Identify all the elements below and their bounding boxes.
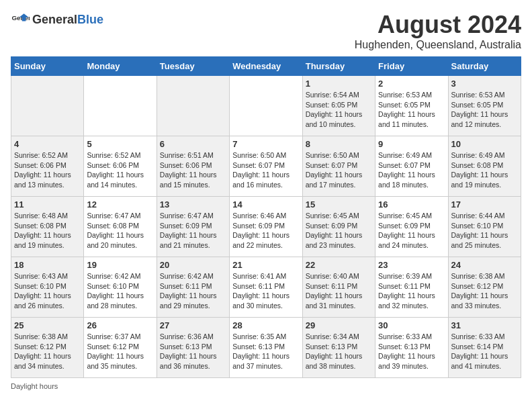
table-row: 22 Sunrise: 6:40 AMSunset: 6:11 PMDaylig… — [302, 257, 375, 318]
day-number: 12 — [87, 199, 153, 210]
table-row: 18 Sunrise: 6:43 AMSunset: 6:10 PMDaylig… — [11, 257, 84, 318]
day-number: 31 — [451, 320, 518, 330]
day-info: Sunrise: 6:38 AMSunset: 6:12 PMDaylight:… — [14, 332, 81, 371]
table-row: 28 Sunrise: 6:35 AMSunset: 6:13 PMDaylig… — [230, 318, 302, 378]
day-number: 9 — [378, 139, 445, 149]
table-row: 31 Sunrise: 6:33 AMSunset: 6:14 PMDaylig… — [448, 318, 521, 378]
day-info: Sunrise: 6:54 AMSunset: 6:05 PMDaylight:… — [306, 90, 372, 130]
page-header: General General Blue August 2024 Hughend… — [11, 11, 521, 51]
table-row: 12 Sunrise: 6:47 AMSunset: 6:08 PMDaylig… — [84, 197, 157, 257]
month-year-title: August 2024 — [355, 11, 521, 39]
header-tuesday: Tuesday — [157, 57, 229, 76]
day-info: Sunrise: 6:53 AMSunset: 6:05 PMDaylight:… — [378, 90, 445, 130]
day-info: Sunrise: 6:34 AMSunset: 6:13 PMDaylight:… — [306, 332, 372, 371]
table-row: 20 Sunrise: 6:42 AMSunset: 6:11 PMDaylig… — [157, 257, 229, 318]
day-info: Sunrise: 6:48 AMSunset: 6:08 PMDaylight:… — [14, 211, 81, 250]
header-sunday: Sunday — [11, 57, 84, 76]
day-number: 18 — [14, 260, 81, 270]
day-number: 25 — [14, 320, 81, 330]
day-info: Sunrise: 6:49 AMSunset: 6:07 PMDaylight:… — [378, 150, 445, 190]
table-row: 26 Sunrise: 6:37 AMSunset: 6:12 PMDaylig… — [84, 318, 157, 378]
location-subtitle: Hughenden, Queensland, Australia — [355, 39, 521, 51]
day-number: 19 — [87, 260, 153, 270]
day-number: 10 — [451, 139, 518, 149]
table-row: 17 Sunrise: 6:44 AMSunset: 6:10 PMDaylig… — [448, 197, 521, 257]
table-row: 5 Sunrise: 6:52 AMSunset: 6:06 PMDayligh… — [84, 136, 157, 197]
day-number: 6 — [160, 139, 226, 149]
table-row: 1 Sunrise: 6:54 AMSunset: 6:05 PMDayligh… — [302, 76, 375, 136]
day-info: Sunrise: 6:51 AMSunset: 6:06 PMDaylight:… — [160, 150, 226, 190]
day-info: Sunrise: 6:50 AMSunset: 6:07 PMDaylight:… — [232, 150, 299, 190]
calendar-week-row: 25 Sunrise: 6:38 AMSunset: 6:12 PMDaylig… — [11, 318, 521, 378]
table-row: 13 Sunrise: 6:47 AMSunset: 6:09 PMDaylig… — [157, 197, 229, 257]
table-row: 7 Sunrise: 6:50 AMSunset: 6:07 PMDayligh… — [230, 136, 302, 197]
table-row: 6 Sunrise: 6:51 AMSunset: 6:06 PMDayligh… — [157, 136, 229, 197]
logo-blue-text: Blue — [77, 13, 103, 27]
header-wednesday: Wednesday — [230, 57, 302, 76]
day-info: Sunrise: 6:50 AMSunset: 6:07 PMDaylight:… — [306, 150, 372, 190]
table-row: 8 Sunrise: 6:50 AMSunset: 6:07 PMDayligh… — [302, 136, 375, 197]
day-info: Sunrise: 6:52 AMSunset: 6:06 PMDaylight:… — [14, 150, 81, 190]
day-number: 16 — [378, 199, 445, 210]
day-number: 21 — [232, 260, 299, 270]
day-info: Sunrise: 6:43 AMSunset: 6:10 PMDaylight:… — [14, 271, 81, 311]
day-number: 1 — [306, 79, 372, 89]
table-row: 29 Sunrise: 6:34 AMSunset: 6:13 PMDaylig… — [302, 318, 375, 378]
day-info: Sunrise: 6:45 AMSunset: 6:09 PMDaylight:… — [306, 211, 372, 250]
logo: General General Blue — [11, 11, 103, 30]
table-row — [84, 76, 157, 136]
day-number: 27 — [160, 320, 226, 330]
calendar-week-row: 18 Sunrise: 6:43 AMSunset: 6:10 PMDaylig… — [11, 257, 521, 318]
logo-icon: General — [11, 11, 30, 30]
day-info: Sunrise: 6:35 AMSunset: 6:13 PMDaylight:… — [232, 332, 299, 371]
day-info: Sunrise: 6:47 AMSunset: 6:08 PMDaylight:… — [87, 211, 153, 250]
day-info: Sunrise: 6:49 AMSunset: 6:08 PMDaylight:… — [451, 150, 518, 190]
calendar-week-row: 1 Sunrise: 6:54 AMSunset: 6:05 PMDayligh… — [11, 76, 521, 136]
day-number: 3 — [451, 79, 518, 89]
day-info: Sunrise: 6:42 AMSunset: 6:11 PMDaylight:… — [160, 271, 226, 311]
day-info: Sunrise: 6:52 AMSunset: 6:06 PMDaylight:… — [87, 150, 153, 190]
table-row: 25 Sunrise: 6:38 AMSunset: 6:12 PMDaylig… — [11, 318, 84, 378]
table-row: 9 Sunrise: 6:49 AMSunset: 6:07 PMDayligh… — [375, 136, 448, 197]
day-number: 4 — [14, 139, 81, 149]
table-row: 14 Sunrise: 6:46 AMSunset: 6:09 PMDaylig… — [230, 197, 302, 257]
day-info: Sunrise: 6:41 AMSunset: 6:11 PMDaylight:… — [232, 271, 299, 311]
footer-note: Daylight hours — [11, 382, 521, 390]
table-row — [157, 76, 229, 136]
day-info: Sunrise: 6:45 AMSunset: 6:09 PMDaylight:… — [378, 211, 445, 250]
day-number: 24 — [451, 260, 518, 270]
day-info: Sunrise: 6:53 AMSunset: 6:05 PMDaylight:… — [451, 90, 518, 130]
table-row: 2 Sunrise: 6:53 AMSunset: 6:05 PMDayligh… — [375, 76, 448, 136]
calendar-table: Sunday Monday Tuesday Wednesday Thursday… — [11, 56, 521, 378]
header-saturday: Saturday — [448, 57, 521, 76]
table-row: 10 Sunrise: 6:49 AMSunset: 6:08 PMDaylig… — [448, 136, 521, 197]
table-row — [230, 76, 302, 136]
day-info: Sunrise: 6:36 AMSunset: 6:13 PMDaylight:… — [160, 332, 226, 371]
calendar-week-row: 4 Sunrise: 6:52 AMSunset: 6:06 PMDayligh… — [11, 136, 521, 197]
day-number: 15 — [306, 199, 372, 210]
svg-text:General: General — [11, 14, 30, 21]
day-number: 22 — [306, 260, 372, 270]
day-number: 13 — [160, 199, 226, 210]
day-info: Sunrise: 6:33 AMSunset: 6:14 PMDaylight:… — [451, 332, 518, 371]
day-number: 5 — [87, 139, 153, 149]
day-info: Sunrise: 6:37 AMSunset: 6:12 PMDaylight:… — [87, 332, 153, 371]
day-info: Sunrise: 6:33 AMSunset: 6:13 PMDaylight:… — [378, 332, 445, 371]
day-info: Sunrise: 6:39 AMSunset: 6:11 PMDaylight:… — [378, 271, 445, 311]
table-row: 21 Sunrise: 6:41 AMSunset: 6:11 PMDaylig… — [230, 257, 302, 318]
table-row: 4 Sunrise: 6:52 AMSunset: 6:06 PMDayligh… — [11, 136, 84, 197]
header-monday: Monday — [84, 57, 157, 76]
logo-general-text: General — [32, 13, 77, 27]
table-row: 15 Sunrise: 6:45 AMSunset: 6:09 PMDaylig… — [302, 197, 375, 257]
table-row: 19 Sunrise: 6:42 AMSunset: 6:10 PMDaylig… — [84, 257, 157, 318]
title-area: August 2024 Hughenden, Queensland, Austr… — [355, 11, 521, 51]
day-number: 8 — [306, 139, 372, 149]
day-number: 30 — [378, 320, 445, 330]
calendar-header-row: Sunday Monday Tuesday Wednesday Thursday… — [11, 57, 521, 76]
table-row: 27 Sunrise: 6:36 AMSunset: 6:13 PMDaylig… — [157, 318, 229, 378]
day-number: 20 — [160, 260, 226, 270]
table-row: 11 Sunrise: 6:48 AMSunset: 6:08 PMDaylig… — [11, 197, 84, 257]
day-info: Sunrise: 6:46 AMSunset: 6:09 PMDaylight:… — [232, 211, 299, 250]
table-row: 16 Sunrise: 6:45 AMSunset: 6:09 PMDaylig… — [375, 197, 448, 257]
day-number: 28 — [232, 320, 299, 330]
